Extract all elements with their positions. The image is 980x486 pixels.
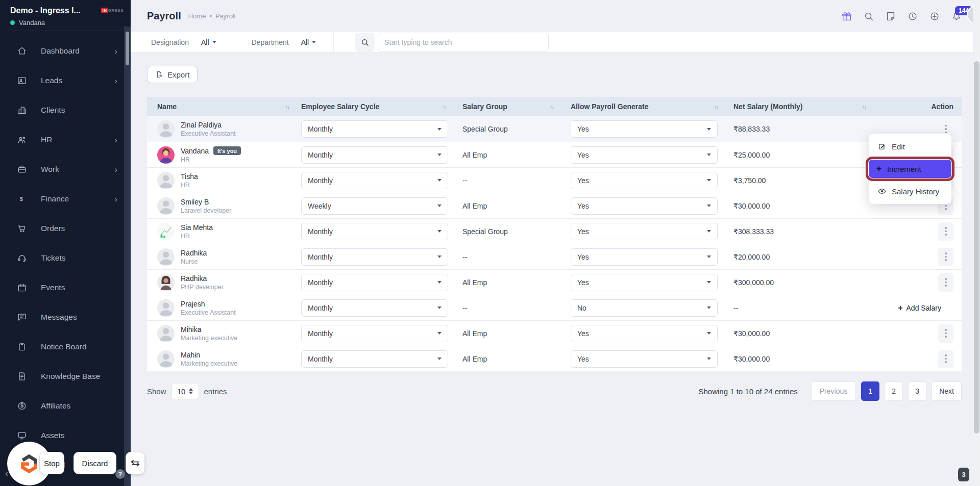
hr-icon <box>16 134 28 145</box>
salary-cycle-select[interactable]: Monthly <box>301 248 448 266</box>
column-header-group[interactable]: Salary Group↑↓ <box>453 103 560 111</box>
breadcrumb-home[interactable]: Home <box>188 12 206 20</box>
caret-down-icon <box>707 357 711 360</box>
salary-cycle-select[interactable]: Monthly <box>301 274 448 291</box>
allow-payroll-select[interactable]: Yes <box>571 248 718 266</box>
designation-select[interactable]: All <box>201 38 216 46</box>
menu-item-salary-history[interactable]: Salary History <box>869 182 951 201</box>
stop-button[interactable]: Stop <box>39 452 64 474</box>
menu-item-edit[interactable]: Edit <box>869 137 951 156</box>
caret-down-icon <box>437 230 442 233</box>
salary-cycle-select[interactable]: Monthly <box>301 325 448 342</box>
discard-button[interactable]: Discard <box>74 452 116 474</box>
company-title[interactable]: Demo - Ingress I... <box>10 6 81 15</box>
increment-highlight-ring: + Increment <box>866 157 954 181</box>
previous-page-button[interactable]: Previous <box>811 381 856 401</box>
avatar <box>157 274 175 291</box>
designation-label: Designation <box>151 38 189 46</box>
table-header-row: Name↑↓ Employee Salary Cycle↑↓ Salary Gr… <box>147 97 962 116</box>
search-icon[interactable] <box>863 10 875 22</box>
salary-cycle-select[interactable]: Monthly <box>301 172 448 189</box>
eye-icon <box>878 187 886 195</box>
row-actions-button[interactable] <box>938 248 953 266</box>
sidebar-item-leads[interactable]: Leads › <box>0 66 131 95</box>
page-scrollbar[interactable] <box>973 0 980 486</box>
allow-payroll-select[interactable]: Yes <box>571 223 718 240</box>
salary-cycle-select[interactable]: Monthly <box>301 223 448 240</box>
page-button-3[interactable]: 3 <box>908 381 926 401</box>
notes-icon[interactable] <box>885 10 897 22</box>
column-header-name[interactable]: Name↑↓ <box>157 103 296 111</box>
notice-board-icon <box>16 341 28 352</box>
sidebar-item-events[interactable]: Events <box>0 273 131 302</box>
page-button-1[interactable]: 1 <box>861 381 879 401</box>
row-actions-button[interactable] <box>938 324 953 343</box>
department-select[interactable]: All <box>301 38 316 46</box>
help-button[interactable]: ? <box>115 469 125 479</box>
salary-cycle-select[interactable]: Monthly <box>301 146 448 164</box>
main-area: Payroll Home • Payroll 144 Designation A… <box>131 0 973 486</box>
work-icon <box>16 164 28 175</box>
sidebar-item-notice-board[interactable]: Notice Board <box>0 332 131 362</box>
column-header-allow[interactable]: Allow Payroll Generate↑↓ <box>560 103 725 111</box>
sort-icon: ↑↓ <box>443 104 446 110</box>
allow-payroll-select[interactable]: No <box>571 299 718 317</box>
allow-payroll-select[interactable]: Yes <box>571 146 718 164</box>
table-row: RadhikaPHP developer Monthly All Emp Yes… <box>147 269 962 295</box>
chevron-right-icon: › <box>114 76 117 85</box>
caret-down-icon <box>437 128 442 131</box>
add-circle-icon[interactable] <box>928 10 941 22</box>
allow-payroll-select[interactable]: Yes <box>571 274 718 291</box>
search-input[interactable] <box>378 33 549 52</box>
table-row: TishaHR Monthly -- Yes ₹3,750.00 <box>147 167 962 193</box>
sidebar-scrollbar-thumb[interactable] <box>126 32 129 65</box>
menu-item-increment[interactable]: + Increment <box>869 160 951 178</box>
gift-icon[interactable] <box>841 10 853 22</box>
page-size-select[interactable]: 10 <box>172 383 199 399</box>
sidebar-item-knowledge-base[interactable]: Knowledge Base <box>0 362 131 391</box>
salary-cycle-select[interactable]: Monthly <box>301 350 448 368</box>
add-salary-button[interactable]: +Add Salary <box>898 303 941 313</box>
swap-button[interactable] <box>126 452 145 474</box>
allow-payroll-select[interactable]: Yes <box>571 325 718 342</box>
allow-payroll-select[interactable]: Yes <box>571 197 718 215</box>
page-size-group: Show 10 entries <box>147 383 227 399</box>
sidebar-item-finance[interactable]: $ Finance › <box>0 184 131 214</box>
column-header-net[interactable]: Net Salary (Monthly)↑↓ <box>725 103 873 111</box>
page-scrollbar-thumb[interactable] <box>974 61 979 433</box>
allow-payroll-select[interactable]: Yes <box>571 172 718 189</box>
sidebar-scrollbar[interactable] <box>124 27 131 486</box>
sidebar-item-work[interactable]: Work › <box>0 155 131 184</box>
column-header-action: Action <box>873 103 962 111</box>
notifications-bell-icon[interactable]: 144 <box>950 10 963 22</box>
sidebar-item-dashboard[interactable]: Dashboard › <box>0 36 131 66</box>
salary-cycle-select[interactable]: Weekly <box>301 197 448 215</box>
export-button[interactable]: Export <box>147 66 198 83</box>
allow-payroll-select[interactable]: Yes <box>571 350 718 368</box>
next-page-button[interactable]: Next <box>932 381 962 401</box>
row-actions-button[interactable] <box>938 273 953 292</box>
filter-divider <box>333 32 334 53</box>
page-button-2[interactable]: 2 <box>885 381 903 401</box>
payroll-table: Name↑↓ Employee Salary Cycle↑↓ Salary Gr… <box>147 97 962 371</box>
sidebar-item-clients[interactable]: Clients <box>0 95 131 125</box>
sidebar-item-affiliates[interactable]: $ Affiliates <box>0 391 131 421</box>
sidebar-item-messages[interactable]: Messages <box>0 302 131 332</box>
history-clock-icon[interactable] <box>906 10 919 22</box>
swap-arrows-icon <box>130 457 141 469</box>
avatar <box>157 146 175 164</box>
salary-cycle-select[interactable]: Monthly <box>301 120 448 138</box>
avatar <box>157 120 175 138</box>
content-area: Export Name↑↓ Employee Salary Cycle↑↓ Sa… <box>131 53 973 401</box>
row-actions-button[interactable] <box>938 222 953 241</box>
sidebar-item-tickets[interactable]: Tickets <box>0 243 131 273</box>
avatar <box>157 248 175 266</box>
row-actions-button[interactable] <box>938 350 953 368</box>
column-header-cycle[interactable]: Employee Salary Cycle↑↓ <box>296 103 453 111</box>
sidebar-item-orders[interactable]: Orders <box>0 214 131 243</box>
sidebar-item-hr[interactable]: HR › <box>0 125 131 155</box>
topbar: Payroll Home • Payroll 144 <box>131 0 973 32</box>
salary-cycle-select[interactable]: Monthly <box>301 299 448 317</box>
allow-payroll-select[interactable]: Yes <box>571 120 718 138</box>
finance-icon: $ <box>16 193 28 204</box>
